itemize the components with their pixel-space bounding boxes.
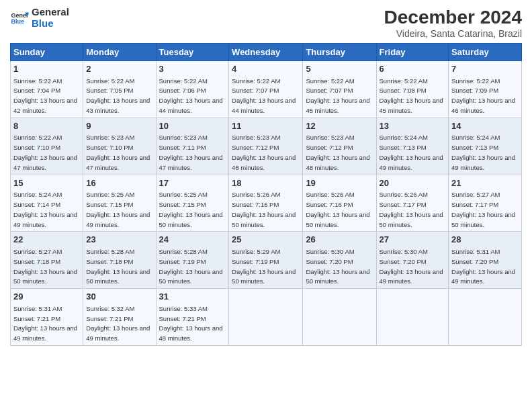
day-info: Sunrise: 5:30 AMSunset: 7:20 PMDaylight:… <box>380 248 443 285</box>
calendar-cell: 17Sunrise: 5:25 AMSunset: 7:15 PMDayligh… <box>156 175 229 232</box>
day-number: 2 <box>86 63 152 75</box>
calendar-cell: 3Sunrise: 5:22 AMSunset: 7:06 PMDaylight… <box>156 61 229 118</box>
day-header-monday: Monday <box>83 44 156 61</box>
calendar-cell: 27Sunrise: 5:30 AMSunset: 7:20 PMDayligh… <box>376 232 449 289</box>
day-info: Sunrise: 5:26 AMSunset: 7:16 PMDaylight:… <box>232 191 296 228</box>
calendar-cell: 25Sunrise: 5:29 AMSunset: 7:19 PMDayligh… <box>229 232 303 289</box>
day-info: Sunrise: 5:28 AMSunset: 7:19 PMDaylight:… <box>159 248 223 285</box>
day-number: 10 <box>159 120 226 132</box>
calendar-cell: 5Sunrise: 5:22 AMSunset: 7:07 PMDaylight… <box>303 61 376 118</box>
day-number: 24 <box>159 234 226 246</box>
day-info: Sunrise: 5:23 AMSunset: 7:10 PMDaylight:… <box>86 134 150 171</box>
calendar-cell: 4Sunrise: 5:22 AMSunset: 7:07 PMDaylight… <box>229 61 303 118</box>
day-info: Sunrise: 5:27 AMSunset: 7:17 PMDaylight:… <box>451 191 515 228</box>
day-number: 5 <box>306 63 373 75</box>
calendar-cell: 30Sunrise: 5:32 AMSunset: 7:21 PMDayligh… <box>83 289 156 346</box>
day-number: 7 <box>451 63 519 75</box>
logo: General Blue General Blue <box>10 7 69 29</box>
day-number: 19 <box>306 177 373 189</box>
calendar-cell: 19Sunrise: 5:26 AMSunset: 7:16 PMDayligh… <box>303 175 376 232</box>
month-title: December 2024 <box>384 7 522 28</box>
calendar-cell: 10Sunrise: 5:23 AMSunset: 7:11 PMDayligh… <box>156 118 229 175</box>
day-number: 31 <box>159 291 226 303</box>
day-number: 14 <box>451 120 519 132</box>
day-info: Sunrise: 5:24 AMSunset: 7:13 PMDaylight:… <box>451 134 515 171</box>
calendar-cell <box>229 289 303 346</box>
day-info: Sunrise: 5:23 AMSunset: 7:12 PMDaylight:… <box>306 134 369 171</box>
day-info: Sunrise: 5:28 AMSunset: 7:18 PMDaylight:… <box>86 248 150 285</box>
day-info: Sunrise: 5:22 AMSunset: 7:08 PMDaylight:… <box>380 77 443 114</box>
day-number: 12 <box>306 120 373 132</box>
day-header-tuesday: Tuesday <box>156 44 229 61</box>
calendar-week-row: 8Sunrise: 5:22 AMSunset: 7:10 PMDaylight… <box>11 118 522 175</box>
day-number: 22 <box>13 234 80 246</box>
day-info: Sunrise: 5:33 AMSunset: 7:21 PMDaylight:… <box>159 305 223 342</box>
calendar-week-row: 15Sunrise: 5:24 AMSunset: 7:14 PMDayligh… <box>11 175 522 232</box>
day-header-thursday: Thursday <box>303 44 376 61</box>
svg-text:Blue: Blue <box>11 18 24 25</box>
day-info: Sunrise: 5:27 AMSunset: 7:18 PMDaylight:… <box>13 248 77 285</box>
day-number: 26 <box>306 234 373 246</box>
calendar-cell: 16Sunrise: 5:25 AMSunset: 7:15 PMDayligh… <box>83 175 156 232</box>
day-header-saturday: Saturday <box>449 44 522 61</box>
calendar-cell: 24Sunrise: 5:28 AMSunset: 7:19 PMDayligh… <box>156 232 229 289</box>
logo-blue: Blue <box>32 18 69 30</box>
day-info: Sunrise: 5:24 AMSunset: 7:13 PMDaylight:… <box>380 134 443 171</box>
calendar-cell: 15Sunrise: 5:24 AMSunset: 7:14 PMDayligh… <box>11 175 83 232</box>
day-number: 4 <box>232 63 300 75</box>
day-info: Sunrise: 5:22 AMSunset: 7:05 PMDaylight:… <box>86 77 150 114</box>
calendar-table: SundayMondayTuesdayWednesdayThursdayFrid… <box>10 43 522 346</box>
day-number: 28 <box>451 234 519 246</box>
calendar-cell: 22Sunrise: 5:27 AMSunset: 7:18 PMDayligh… <box>11 232 83 289</box>
calendar-cell: 6Sunrise: 5:22 AMSunset: 7:08 PMDaylight… <box>376 61 449 118</box>
day-info: Sunrise: 5:26 AMSunset: 7:16 PMDaylight:… <box>306 191 369 228</box>
day-info: Sunrise: 5:26 AMSunset: 7:17 PMDaylight:… <box>380 191 443 228</box>
logo-icon: General Blue <box>10 9 29 28</box>
day-info: Sunrise: 5:30 AMSunset: 7:20 PMDaylight:… <box>306 248 369 285</box>
page-container: General Blue General Blue December 2024 … <box>0 0 532 353</box>
day-number: 16 <box>86 177 152 189</box>
day-info: Sunrise: 5:24 AMSunset: 7:14 PMDaylight:… <box>13 191 77 228</box>
day-info: Sunrise: 5:22 AMSunset: 7:09 PMDaylight:… <box>451 77 515 114</box>
calendar-cell: 13Sunrise: 5:24 AMSunset: 7:13 PMDayligh… <box>376 118 449 175</box>
calendar-cell: 14Sunrise: 5:24 AMSunset: 7:13 PMDayligh… <box>449 118 522 175</box>
header: General Blue General Blue December 2024 … <box>10 7 522 39</box>
day-info: Sunrise: 5:23 AMSunset: 7:12 PMDaylight:… <box>232 134 296 171</box>
day-number: 3 <box>159 63 226 75</box>
calendar-cell: 12Sunrise: 5:23 AMSunset: 7:12 PMDayligh… <box>303 118 376 175</box>
calendar-cell: 7Sunrise: 5:22 AMSunset: 7:09 PMDaylight… <box>449 61 522 118</box>
calendar-cell: 31Sunrise: 5:33 AMSunset: 7:21 PMDayligh… <box>156 289 229 346</box>
calendar-cell: 11Sunrise: 5:23 AMSunset: 7:12 PMDayligh… <box>229 118 303 175</box>
calendar-cell: 18Sunrise: 5:26 AMSunset: 7:16 PMDayligh… <box>229 175 303 232</box>
calendar-week-row: 1Sunrise: 5:22 AMSunset: 7:04 PMDaylight… <box>11 61 522 118</box>
calendar-cell: 20Sunrise: 5:26 AMSunset: 7:17 PMDayligh… <box>376 175 449 232</box>
day-number: 13 <box>380 120 446 132</box>
day-number: 27 <box>380 234 446 246</box>
day-info: Sunrise: 5:22 AMSunset: 7:07 PMDaylight:… <box>232 77 296 114</box>
day-header-sunday: Sunday <box>11 44 83 61</box>
day-number: 9 <box>86 120 152 132</box>
day-number: 15 <box>13 177 80 189</box>
calendar-cell: 26Sunrise: 5:30 AMSunset: 7:20 PMDayligh… <box>303 232 376 289</box>
calendar-cell: 8Sunrise: 5:22 AMSunset: 7:10 PMDaylight… <box>11 118 83 175</box>
day-number: 20 <box>380 177 446 189</box>
day-number: 6 <box>380 63 446 75</box>
calendar-week-row: 22Sunrise: 5:27 AMSunset: 7:18 PMDayligh… <box>11 232 522 289</box>
calendar-cell: 21Sunrise: 5:27 AMSunset: 7:17 PMDayligh… <box>449 175 522 232</box>
logo-general: General <box>32 7 69 18</box>
location: Videira, Santa Catarina, Brazil <box>384 28 522 39</box>
calendar-header-row: SundayMondayTuesdayWednesdayThursdayFrid… <box>11 44 522 61</box>
day-info: Sunrise: 5:22 AMSunset: 7:04 PMDaylight:… <box>13 77 77 114</box>
calendar-cell: 23Sunrise: 5:28 AMSunset: 7:18 PMDayligh… <box>83 232 156 289</box>
day-header-wednesday: Wednesday <box>229 44 303 61</box>
calendar-cell: 28Sunrise: 5:31 AMSunset: 7:20 PMDayligh… <box>449 232 522 289</box>
day-number: 1 <box>13 63 80 75</box>
title-area: December 2024 Videira, Santa Catarina, B… <box>384 7 522 39</box>
day-info: Sunrise: 5:23 AMSunset: 7:11 PMDaylight:… <box>159 134 223 171</box>
calendar-cell <box>449 289 522 346</box>
day-number: 25 <box>232 234 300 246</box>
day-info: Sunrise: 5:31 AMSunset: 7:20 PMDaylight:… <box>451 248 515 285</box>
day-number: 11 <box>232 120 300 132</box>
day-number: 23 <box>86 234 152 246</box>
calendar-week-row: 29Sunrise: 5:31 AMSunset: 7:21 PMDayligh… <box>11 289 522 346</box>
